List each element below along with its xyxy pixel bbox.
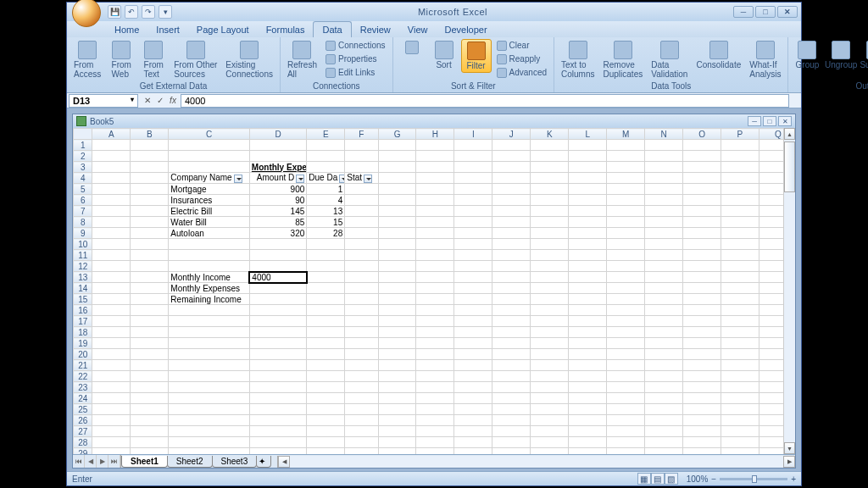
cell-E13[interactable]	[307, 272, 345, 283]
cell-O23[interactable]	[683, 382, 721, 393]
cell-P8[interactable]	[721, 217, 759, 228]
cell-C13[interactable]: Monthly Income	[169, 272, 250, 283]
cell-Q27[interactable]	[759, 426, 783, 437]
cell-Q3[interactable]	[759, 162, 783, 173]
col-header-N[interactable]: N	[645, 129, 683, 140]
cell-E27[interactable]	[307, 426, 345, 437]
cell-I8[interactable]	[454, 217, 492, 228]
cell-H15[interactable]	[416, 294, 454, 305]
refresh-all-button[interactable]: Refresh All	[284, 39, 320, 80]
scroll-thumb[interactable]	[784, 141, 795, 192]
cell-O11[interactable]	[683, 250, 721, 261]
cell-G16[interactable]	[378, 305, 416, 316]
cell-C22[interactable]	[169, 371, 250, 382]
filter-button[interactable]: Filter	[461, 39, 492, 73]
cell-D27[interactable]	[249, 426, 306, 437]
cell-J15[interactable]	[492, 294, 531, 305]
cell-B14[interactable]	[131, 283, 169, 294]
cell-F10[interactable]	[345, 239, 378, 250]
cell-J1[interactable]	[492, 140, 531, 151]
row-header-23[interactable]: 23	[74, 382, 92, 393]
cell-C26[interactable]	[169, 415, 250, 426]
cell-A23[interactable]	[92, 382, 131, 393]
cell-E19[interactable]	[307, 338, 345, 349]
sheet-tab-1[interactable]: Sheet1	[121, 456, 168, 468]
cell-I4[interactable]	[454, 173, 492, 184]
cell-N7[interactable]	[645, 206, 683, 217]
row-header-2[interactable]: 2	[74, 151, 92, 162]
cell-L17[interactable]	[569, 316, 607, 327]
cell-B16[interactable]	[131, 305, 169, 316]
cell-L14[interactable]	[569, 283, 607, 294]
cell-B22[interactable]	[131, 371, 169, 382]
cell-J3[interactable]	[492, 162, 531, 173]
cell-F20[interactable]	[345, 349, 378, 360]
cell-L19[interactable]	[569, 338, 607, 349]
sheet-tab-2[interactable]: Sheet2	[167, 456, 213, 468]
cell-J24[interactable]	[492, 393, 531, 404]
cell-N20[interactable]	[645, 349, 683, 360]
cell-P26[interactable]	[721, 415, 759, 426]
cell-E29[interactable]	[307, 448, 345, 455]
row-header-8[interactable]: 8	[74, 217, 92, 228]
cell-F19[interactable]	[345, 338, 378, 349]
cell-E22[interactable]	[307, 371, 345, 382]
cell-C20[interactable]	[169, 349, 250, 360]
cell-J20[interactable]	[492, 349, 531, 360]
spreadsheet-grid[interactable]: ABCDEFGHIJKLMNOPQR123Monthly Expenses4Co…	[73, 128, 783, 454]
cell-I11[interactable]	[454, 250, 492, 261]
cell-G3[interactable]	[378, 162, 416, 173]
cell-L26[interactable]	[569, 415, 607, 426]
cell-L29[interactable]	[569, 448, 607, 455]
cell-B29[interactable]	[131, 448, 169, 455]
cell-A18[interactable]	[92, 327, 131, 338]
cell-A9[interactable]	[92, 228, 131, 239]
cell-O3[interactable]	[683, 162, 721, 173]
cell-L22[interactable]	[569, 371, 607, 382]
cell-G24[interactable]	[378, 393, 416, 404]
cell-A24[interactable]	[92, 393, 131, 404]
cell-B3[interactable]	[131, 162, 169, 173]
cell-K23[interactable]	[531, 382, 569, 393]
cell-H4[interactable]	[416, 173, 454, 184]
cell-C18[interactable]	[169, 327, 250, 338]
cell-D21[interactable]	[249, 360, 306, 371]
col-header-P[interactable]: P	[721, 129, 759, 140]
cell-D4[interactable]: Amount D	[249, 173, 306, 184]
cell-G29[interactable]	[378, 448, 416, 455]
cell-D16[interactable]	[249, 305, 306, 316]
cell-E18[interactable]	[307, 327, 345, 338]
cell-K15[interactable]	[531, 294, 569, 305]
cell-M22[interactable]	[607, 371, 645, 382]
filter-dropdown-icon[interactable]	[234, 175, 242, 183]
cell-E3[interactable]	[307, 162, 345, 173]
cell-A19[interactable]	[92, 338, 131, 349]
cell-N19[interactable]	[645, 338, 683, 349]
cell-O13[interactable]	[683, 272, 721, 283]
row-header-24[interactable]: 24	[74, 393, 92, 404]
cell-A16[interactable]	[92, 305, 131, 316]
cell-D8[interactable]: 85	[249, 217, 306, 228]
row-header-13[interactable]: 13	[74, 272, 92, 283]
cell-B10[interactable]	[131, 239, 169, 250]
cell-C16[interactable]	[169, 305, 250, 316]
cell-L24[interactable]	[569, 393, 607, 404]
cell-Q29[interactable]	[759, 448, 783, 455]
row-header-16[interactable]: 16	[74, 305, 92, 316]
scroll-up-button[interactable]: ▲	[784, 128, 795, 140]
cell-K10[interactable]	[531, 239, 569, 250]
cell-O21[interactable]	[683, 360, 721, 371]
from-web-button[interactable]: From Web	[106, 39, 136, 80]
row-header-14[interactable]: 14	[74, 283, 92, 294]
cell-J16[interactable]	[492, 305, 531, 316]
cell-E14[interactable]	[307, 283, 345, 294]
cell-O19[interactable]	[683, 338, 721, 349]
cell-B28[interactable]	[131, 437, 169, 448]
cell-B21[interactable]	[131, 360, 169, 371]
cell-E7[interactable]: 13	[307, 206, 345, 217]
cell-J29[interactable]	[492, 448, 531, 455]
cell-L18[interactable]	[569, 327, 607, 338]
row-header-29[interactable]: 29	[74, 448, 92, 455]
edit-links-button[interactable]: Edit Links	[322, 66, 389, 79]
cell-N26[interactable]	[645, 415, 683, 426]
